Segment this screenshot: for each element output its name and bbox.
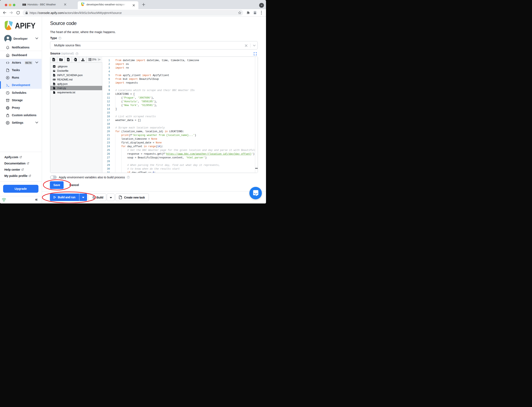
- svg-text:B: B: [24, 4, 25, 5]
- svg-text:</>: </>: [54, 75, 55, 76]
- svg-text:M: M: [53, 79, 54, 80]
- svg-text:C: C: [25, 4, 26, 5]
- svg-text:git: git: [54, 66, 55, 67]
- svg-text:</>: </>: [54, 84, 55, 85]
- svg-text:B: B: [23, 4, 23, 5]
